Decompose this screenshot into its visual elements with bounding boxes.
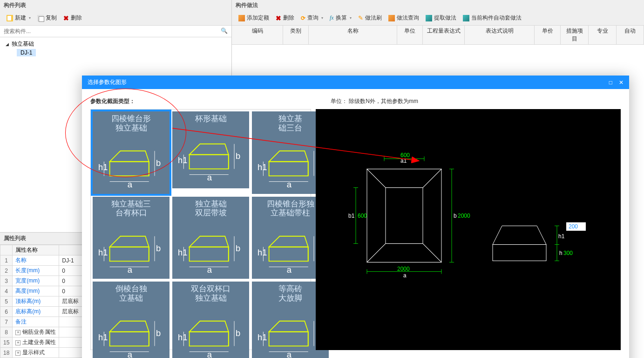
shape-title: 倒棱台独立基础 bbox=[115, 284, 147, 303]
tree-parent-node[interactable]: 独立基础 bbox=[2, 39, 230, 49]
query-icon: ⟳ bbox=[301, 15, 305, 21]
component-list-title: 构件列表 bbox=[0, 0, 231, 11]
add-quota-button[interactable]: 添加定额 bbox=[236, 13, 272, 23]
svg-text:a1: a1 bbox=[400, 158, 407, 164]
svg-text:a: a bbox=[128, 179, 133, 189]
svg-marker-19 bbox=[269, 151, 308, 162]
svg-rect-18 bbox=[269, 162, 308, 176]
extract-button[interactable]: 提取做法 bbox=[423, 13, 459, 23]
svg-rect-88 bbox=[386, 188, 423, 244]
svg-rect-27 bbox=[110, 247, 149, 261]
preview-canvas[interactable]: 600 a1 b1 600 b 2000 2000 a bbox=[316, 109, 621, 350]
shape-card-3[interactable]: 独立基础三台有杯口 a b h1 bbox=[93, 197, 169, 279]
svg-text:b: b bbox=[236, 328, 240, 338]
svg-text:b: b bbox=[236, 243, 240, 253]
svg-marker-37 bbox=[190, 236, 229, 247]
svg-rect-106 bbox=[493, 245, 546, 261]
param-type-label: 参数化截面类型： bbox=[90, 97, 135, 105]
shape-title: 四棱锥台形独立基础带柱 bbox=[267, 200, 314, 218]
svg-rect-81 bbox=[367, 169, 441, 262]
shape-card-6[interactable]: 倒棱台独立基础 a b h1 bbox=[93, 282, 169, 358]
shape-title: 杯形基础 bbox=[195, 114, 227, 124]
svg-text:b: b bbox=[156, 243, 161, 253]
shape-card-7[interactable]: 双台双杯口独立基础 a b h1 bbox=[172, 282, 249, 358]
svg-text:b: b bbox=[156, 328, 161, 338]
copy-icon bbox=[37, 15, 44, 21]
new-icon bbox=[7, 15, 13, 21]
svg-text:h1: h1 bbox=[558, 233, 565, 240]
maximize-icon[interactable]: □ bbox=[609, 79, 612, 86]
svg-marker-73 bbox=[269, 321, 308, 332]
svg-line-87 bbox=[423, 244, 441, 262]
svg-rect-45 bbox=[269, 247, 308, 261]
svg-text:b1: b1 bbox=[348, 213, 355, 219]
fx-icon: fx bbox=[330, 14, 334, 21]
svg-text:h1: h1 bbox=[98, 248, 108, 257]
svg-rect-54 bbox=[110, 332, 149, 346]
svg-marker-55 bbox=[110, 321, 149, 332]
quota-icon bbox=[238, 15, 245, 21]
param-shape-dialog: 选择参数化图形 □ ✕ 参数化截面类型： 单位： 除级数N外，其他参数为mm 四… bbox=[82, 76, 629, 358]
close-icon[interactable]: ✕ bbox=[619, 79, 624, 86]
auto-icon bbox=[463, 15, 469, 21]
shape-title: 独立基础三台有杯口 bbox=[111, 200, 151, 218]
svg-text:b: b bbox=[454, 213, 457, 219]
prop-header-name: 属性名称 bbox=[13, 245, 59, 255]
shape-card-4[interactable]: 独立基础双层带坡 a b h1 bbox=[172, 197, 249, 279]
svg-rect-36 bbox=[190, 247, 229, 261]
svg-marker-105 bbox=[493, 226, 546, 245]
auto-method-button[interactable]: 当前构件自动套做法 bbox=[460, 13, 524, 23]
extract-icon bbox=[426, 15, 432, 21]
delete-icon: ✖ bbox=[63, 14, 69, 22]
svg-text:h1: h1 bbox=[178, 248, 187, 257]
search-icon[interactable]: 🔍 bbox=[218, 27, 230, 36]
shape-title: 独立基础三台 bbox=[278, 114, 302, 132]
svg-text:a: a bbox=[207, 172, 212, 182]
svg-line-86 bbox=[367, 244, 386, 262]
expand-icon[interactable]: + bbox=[15, 340, 20, 345]
svg-line-85 bbox=[423, 169, 441, 188]
svg-text:h: h bbox=[559, 250, 563, 256]
shape-card-0[interactable]: 四棱锥台形独立基础 a b h1 bbox=[93, 111, 169, 194]
shape-card-1[interactable]: 杯形基础 a b h1 bbox=[172, 111, 249, 188]
dialog-title-text: 选择参数化图形 bbox=[88, 78, 127, 86]
svg-text:a: a bbox=[403, 272, 407, 279]
dim-b1: 600 bbox=[358, 213, 367, 219]
svg-text:a: a bbox=[128, 350, 133, 358]
convert-button[interactable]: fx换算▾ bbox=[327, 13, 354, 23]
svg-text:a: a bbox=[287, 264, 292, 274]
svg-text:h1: h1 bbox=[98, 162, 108, 172]
svg-text:a: a bbox=[287, 350, 292, 358]
shape-title: 双台双杯口独立基础 bbox=[191, 284, 230, 303]
shape-title: 独立基础双层带坡 bbox=[195, 200, 227, 218]
svg-marker-64 bbox=[190, 321, 229, 332]
expand-icon[interactable]: + bbox=[15, 351, 20, 356]
chevron-down-icon: ▾ bbox=[29, 16, 31, 20]
search-input[interactable] bbox=[1, 27, 218, 36]
copy-button[interactable]: 复制 bbox=[34, 13, 60, 23]
dim-a: 2000 bbox=[397, 266, 410, 272]
svg-marker-46 bbox=[269, 236, 308, 247]
chevron-down-icon: ▾ bbox=[350, 16, 352, 20]
dialog-titlebar[interactable]: 选择参数化图形 □ ✕ bbox=[82, 76, 629, 89]
svg-marker-10 bbox=[190, 144, 229, 154]
new-button[interactable]: 新建 ▾ bbox=[4, 13, 34, 23]
method-query-button[interactable]: 做法查询 bbox=[386, 13, 422, 23]
method-panel-title: 构件做法 bbox=[232, 0, 644, 11]
shape-title: 四棱锥台形独立基础 bbox=[111, 114, 151, 132]
method-delete-button[interactable]: ✖删除 bbox=[273, 13, 297, 23]
query-button[interactable]: ⟳查询▾ bbox=[298, 13, 326, 23]
chevron-down-icon: ▾ bbox=[321, 16, 323, 20]
svg-text:h1: h1 bbox=[258, 248, 267, 257]
svg-marker-1 bbox=[110, 151, 149, 162]
h1-input[interactable] bbox=[566, 222, 586, 231]
delete-button[interactable]: ✖ 删除 bbox=[61, 13, 85, 23]
svg-rect-72 bbox=[269, 332, 308, 346]
brush-button[interactable]: ✎做法刷 bbox=[355, 13, 385, 23]
expand-icon[interactable]: + bbox=[15, 330, 20, 335]
svg-rect-0 bbox=[110, 162, 149, 176]
svg-text:a: a bbox=[128, 264, 133, 274]
tree-child-node[interactable]: DJ-1 bbox=[17, 49, 36, 56]
method-query-icon bbox=[388, 15, 395, 21]
svg-text:h1: h1 bbox=[178, 155, 187, 165]
